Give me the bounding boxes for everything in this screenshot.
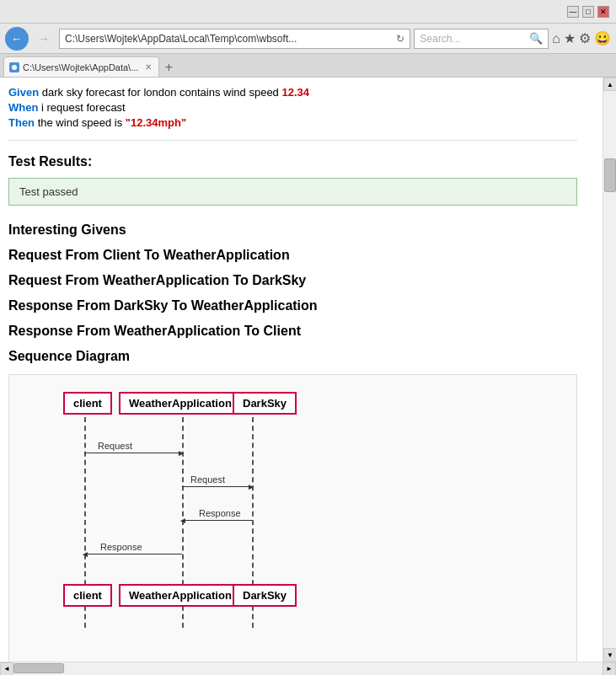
scroll-left-button[interactable]: ◄ — [0, 662, 13, 676]
test-status-text: Test passed — [19, 185, 78, 198]
forward-button[interactable]: → — [32, 27, 56, 51]
arrow-line-2 — [182, 486, 252, 487]
page-content: Given dark sky forecast for london conta… — [0, 78, 603, 662]
when-line: When i request forecast — [8, 101, 577, 114]
arrow-head-2: ► — [247, 482, 255, 491]
url-display: C:\Users\Wojtek\AppData\Local\Temp\com\w… — [65, 33, 393, 45]
sequence-diagram: client WeatherApplication DarkSky ► Requ… — [26, 392, 313, 653]
gwt-section: Given dark sky forecast for london conta… — [8, 78, 577, 141]
given-text: dark sky forecast for london contains wi… — [42, 86, 282, 99]
search-input[interactable]: Search... — [420, 33, 529, 45]
browser-nav-icons: ⌂ ★ ⚙ 😀 — [552, 30, 611, 46]
section-link-0[interactable]: Interesting Givens — [8, 222, 577, 238]
scroll-h-track — [13, 662, 603, 675]
arrow-label-2: Request — [190, 474, 225, 485]
test-results-heading: Test Results: — [8, 154, 577, 169]
scroll-h-thumb[interactable] — [13, 663, 64, 673]
section-link-2[interactable]: Request From WeatherApplication To DarkS… — [8, 273, 577, 288]
new-tab-button[interactable]: + — [159, 58, 178, 77]
close-button[interactable]: ✕ — [597, 6, 609, 18]
title-bar: — □ ✕ — [0, 0, 616, 24]
maximize-button[interactable]: □ — [582, 6, 594, 18]
back-button[interactable]: ← — [5, 27, 29, 51]
section-link-4[interactable]: Response From WeatherApplication To Clie… — [8, 324, 577, 339]
test-status-box: Test passed — [8, 178, 577, 206]
arrow-label-3: Response — [199, 508, 241, 518]
then-line: Then the wind speed is "12.34mph" — [8, 116, 577, 129]
arrow-head-3: ◄ — [179, 516, 187, 525]
then-keyword: Then — [8, 116, 35, 129]
actor-top-darksky: DarkSky — [233, 392, 297, 415]
search-box[interactable]: Search... 🔍 — [414, 29, 549, 49]
given-value: 12.34 — [281, 86, 309, 99]
actor-bottom-weatherapp: WeatherApplication — [119, 584, 242, 607]
arrow-head-4: ◄ — [81, 549, 89, 559]
tab-close-button[interactable]: ✕ — [145, 62, 152, 72]
then-text: the wind speed is — [38, 116, 126, 129]
actor-top-weatherapp: WeatherApplication — [119, 392, 242, 415]
actor-bottom-darksky: DarkSky — [233, 584, 297, 607]
home-icon[interactable]: ⌂ — [552, 31, 560, 46]
favorites-icon[interactable]: ★ — [564, 30, 576, 46]
actor-top-client: client — [63, 392, 112, 415]
tab-bar: C:\Users\Wojtek\AppData\... ✕ + — [0, 54, 616, 78]
test-results-section: Test Results: Test passed — [8, 154, 577, 206]
window-controls: — □ ✕ — [567, 6, 609, 18]
search-icon[interactable]: 🔍 — [529, 32, 543, 45]
vertical-scrollbar[interactable]: ▲ ▼ — [603, 78, 616, 662]
tab-label: C:\Users\Wojtek\AppData\... — [23, 62, 138, 72]
scroll-right-button[interactable]: ► — [603, 662, 616, 676]
active-tab[interactable]: C:\Users\Wojtek\AppData\... ✕ — [3, 56, 159, 77]
given-line: Given dark sky forecast for london conta… — [8, 86, 577, 99]
horizontal-scrollbar[interactable]: ◄ ► — [0, 662, 616, 675]
page-scroll[interactable]: Given dark sky forecast for london conta… — [0, 78, 603, 662]
arrow-line-4 — [84, 554, 182, 554]
arrow-label-1: Request — [98, 441, 132, 451]
scroll-thumb[interactable] — [604, 158, 616, 192]
sequence-diagram-container: client WeatherApplication DarkSky ► Requ… — [8, 374, 577, 662]
refresh-button[interactable]: ↻ — [396, 33, 404, 45]
user-icon[interactable]: 😀 — [594, 30, 611, 46]
actor-bottom-client: client — [63, 584, 112, 607]
arrow-label-4: Response — [100, 542, 142, 552]
given-keyword: Given — [8, 86, 39, 99]
navigation-bar: ← → C:\Users\Wojtek\AppData\Local\Temp\c… — [0, 24, 616, 54]
scroll-up-button[interactable]: ▲ — [603, 78, 616, 91]
section-link-5[interactable]: Sequence Diagram — [8, 349, 577, 364]
content-area: Given dark sky forecast for london conta… — [0, 78, 616, 662]
address-bar[interactable]: C:\Users\Wojtek\AppData\Local\Temp\com\w… — [59, 29, 410, 49]
arrow-line-3 — [182, 520, 252, 521]
tab-favicon — [9, 62, 19, 72]
section-link-1[interactable]: Request From Client To WeatherApplicatio… — [8, 248, 577, 263]
sections-container: Interesting Givens Request From Client T… — [8, 222, 577, 364]
then-value: "12.34mph" — [126, 116, 186, 129]
section-link-3[interactable]: Response From DarkSky To WeatherApplicat… — [8, 298, 577, 313]
arrow-head-1: ► — [177, 448, 185, 458]
when-text: i request forecast — [41, 101, 126, 114]
settings-icon[interactable]: ⚙ — [579, 30, 591, 46]
arrow-line-1 — [84, 453, 182, 453]
scroll-down-button[interactable]: ▼ — [603, 648, 616, 662]
minimize-button[interactable]: — — [567, 6, 579, 18]
when-keyword: When — [8, 101, 38, 114]
